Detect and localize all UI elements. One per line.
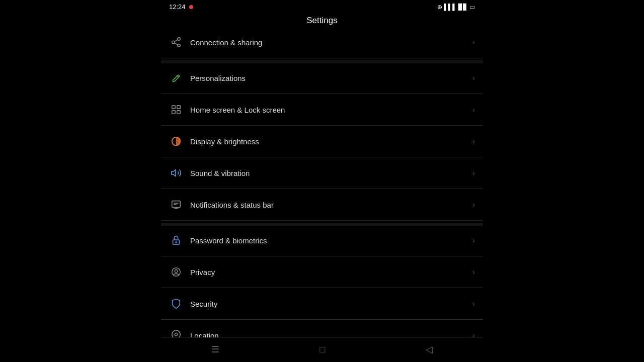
status-icons: ⊕ ▌▌▌ ▊▊ [437, 4, 467, 11]
section-divider-1 [161, 60, 483, 63]
battery-icon: ▭ [469, 4, 475, 11]
divider-4 [161, 157, 483, 157]
status-bar: 12:24 ⊕ ▌▌▌ ▊▊ ▭ [161, 0, 483, 12]
divider-7 [161, 256, 483, 256]
menu-item-password-biometrics[interactable]: Password & biometrics › [161, 227, 483, 254]
password-icon [169, 233, 183, 247]
location-label: Location [190, 331, 472, 338]
nav-menu-button[interactable]: ☰ [201, 342, 229, 357]
chevron-right-icon: › [472, 201, 475, 209]
connections-icon [169, 35, 183, 49]
connection-sharing-label: Connection & sharing [190, 38, 472, 47]
recording-indicator [189, 5, 193, 9]
svg-point-0 [178, 38, 181, 41]
divider-5 [161, 189, 483, 189]
svg-rect-6 [172, 106, 175, 109]
chevron-right-icon: › [472, 268, 475, 276]
sound-icon [169, 166, 183, 180]
privacy-label: Privacy [190, 268, 472, 277]
svg-line-3 [175, 43, 178, 45]
nav-back-button[interactable]: ◁ [416, 342, 443, 357]
chevron-right-icon: › [472, 38, 475, 46]
status-right: ⊕ ▌▌▌ ▊▊ ▭ [437, 4, 475, 11]
chevron-right-icon: › [472, 74, 475, 82]
settings-content: Connection & sharing › Personalizations … [161, 29, 483, 337]
section-divider-2 [161, 223, 483, 226]
security-label: Security [190, 300, 472, 308]
menu-item-display-brightness[interactable]: Display & brightness › [161, 128, 483, 155]
notifications-icon [169, 198, 183, 212]
personalizations-icon [169, 71, 183, 85]
chevron-right-icon: › [472, 137, 475, 145]
bottom-navigation: ☰ □ ◁ [161, 337, 483, 362]
divider-1 [161, 58, 483, 58]
sound-vibration-label: Sound & vibration [190, 169, 472, 177]
svg-point-21 [175, 269, 178, 273]
divider-6 [161, 220, 483, 221]
menu-item-personalizations[interactable]: Personalizations › [161, 64, 483, 92]
personalizations-label: Personalizations [190, 74, 472, 82]
svg-rect-9 [177, 111, 180, 114]
divider-3 [161, 125, 483, 126]
menu-item-home-screen[interactable]: Home screen & Lock screen › [161, 96, 483, 123]
privacy-icon [169, 265, 183, 279]
divider-2 [161, 94, 483, 94]
display-brightness-label: Display & brightness [190, 137, 472, 146]
notifications-label: Notifications & status bar [190, 201, 472, 209]
security-icon [169, 297, 183, 311]
menu-item-security[interactable]: Security › [161, 290, 483, 317]
menu-item-privacy[interactable]: Privacy › [161, 258, 483, 286]
homescreen-icon [169, 103, 183, 117]
chevron-right-icon: › [472, 169, 475, 177]
menu-item-connection-sharing[interactable]: Connection & sharing › [161, 29, 483, 56]
chevron-right-icon: › [472, 106, 475, 114]
menu-item-location[interactable]: Location › [161, 322, 483, 337]
svg-point-2 [178, 44, 181, 47]
svg-line-4 [175, 40, 178, 42]
status-left: 12:24 [169, 3, 193, 11]
home-screen-label: Home screen & Lock screen [190, 106, 472, 114]
menu-item-sound-vibration[interactable]: Sound & vibration › [161, 159, 483, 187]
svg-point-22 [175, 333, 178, 336]
svg-marker-12 [172, 170, 176, 176]
svg-rect-13 [172, 201, 181, 208]
password-biometrics-label: Password & biometrics [190, 236, 472, 245]
nav-home-button[interactable]: □ [310, 342, 336, 357]
svg-rect-7 [177, 106, 180, 109]
svg-point-1 [172, 41, 175, 44]
time-display: 12:24 [169, 3, 186, 11]
chevron-right-icon: › [472, 331, 475, 337]
svg-point-19 [176, 242, 177, 243]
page-title: Settings [161, 12, 483, 29]
chevron-right-icon: › [472, 236, 475, 244]
divider-9 [161, 319, 483, 320]
menu-item-notifications[interactable]: Notifications & status bar › [161, 191, 483, 218]
svg-rect-8 [172, 111, 175, 114]
chevron-right-icon: › [472, 300, 475, 308]
divider-8 [161, 288, 483, 288]
display-icon [169, 134, 183, 148]
location-icon [169, 328, 183, 337]
